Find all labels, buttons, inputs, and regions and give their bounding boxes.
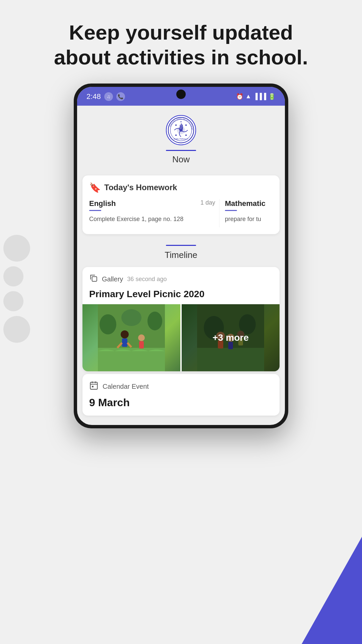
- gallery-meta: Gallery 36 second ago: [89, 274, 273, 285]
- svg-text:Butala, Pokhara-17: Butala, Pokhara-17: [174, 138, 188, 140]
- homework-card-header: 🔖 Today's Homework: [89, 182, 273, 193]
- cal-meta: Calendar Event: [89, 381, 273, 392]
- battery-icon: 🔋: [268, 93, 276, 100]
- svg-point-4: [185, 124, 187, 126]
- svg-rect-19: [122, 338, 127, 347]
- now-tab-underline: [166, 150, 196, 151]
- english-desc: Complete Exercise 1, page no. 128: [89, 215, 215, 223]
- svg-point-14: [100, 314, 116, 334]
- svg-point-18: [121, 330, 129, 338]
- deco-circle-3: [3, 291, 23, 311]
- alarm-icon: ⏰: [236, 93, 243, 100]
- english-header: English 1 day: [89, 199, 215, 208]
- deco-circle-2: [3, 266, 23, 286]
- english-name: English: [89, 199, 116, 208]
- math-name: Mathematic: [225, 199, 265, 208]
- gallery-icon: [89, 274, 98, 285]
- timeline-label: Timeline: [165, 250, 197, 260]
- now-tab-label[interactable]: Now: [172, 154, 190, 165]
- headline-line1: Keep yourself updated: [69, 21, 293, 44]
- math-underline: [225, 210, 237, 211]
- deco-circle-4: [3, 316, 30, 343]
- circle-decorations: [3, 235, 30, 343]
- signal-icon: ▐▐▐: [253, 93, 266, 100]
- svg-point-6: [185, 135, 187, 136]
- homework-card: 🔖 Today's Homework English 1 day Complet…: [82, 175, 280, 234]
- more-count-text: +3 more: [213, 332, 249, 343]
- music-icon: ♫: [104, 92, 113, 101]
- english-underline: [89, 210, 101, 211]
- svg-rect-12: [92, 277, 97, 281]
- phone-screen: 2:48 ♫ 📞 ⏰ ▲ ▐▐▐ 🔋: [77, 87, 285, 425]
- calendar-icon: [89, 381, 99, 392]
- gallery-title: Primary Level Picnic 2020: [89, 289, 273, 300]
- cal-type-label: Calendar Event: [103, 383, 149, 390]
- svg-point-3: [175, 124, 177, 126]
- timeline-underline: [166, 245, 196, 246]
- status-icons-left: 2:48 ♫ 📞: [86, 92, 125, 101]
- math-desc: prepare for tu: [225, 215, 269, 223]
- camera-notch: [176, 90, 186, 99]
- school-logo: POKHARA SPIRAL GALAXY ACADEMY Butala, Po…: [166, 115, 196, 145]
- blue-triangle-decoration: [302, 537, 362, 644]
- deco-circle-1: [3, 235, 30, 262]
- homework-icon: 🔖: [89, 182, 101, 193]
- svg-point-15: [147, 312, 162, 330]
- english-days: 1 day: [200, 199, 215, 206]
- cal-date: 9 March: [89, 396, 273, 409]
- school-logo-svg: POKHARA SPIRAL GALAXY ACADEMY Butala, Po…: [168, 117, 194, 144]
- svg-point-7: [181, 121, 182, 122]
- homework-subjects: English 1 day Complete Exercise 1, page …: [89, 199, 273, 227]
- more-overlay: +3 more: [182, 304, 280, 371]
- subject-english: English 1 day Complete Exercise 1, page …: [89, 199, 219, 227]
- gallery-images: +3 more: [82, 304, 280, 371]
- svg-point-11: [180, 124, 182, 127]
- svg-point-16: [121, 309, 141, 326]
- gallery-time: 36 second ago: [127, 276, 167, 283]
- headline-line2: about activities in school.: [54, 46, 308, 69]
- status-bar: 2:48 ♫ 📞 ⏰ ▲ ▐▐▐ 🔋: [77, 87, 285, 106]
- bottom-padding: [77, 418, 285, 425]
- calendar-event-card[interactable]: Calendar Event 9 March: [82, 374, 280, 416]
- svg-rect-17: [98, 348, 165, 371]
- svg-rect-23: [139, 341, 144, 348]
- svg-point-10: [179, 126, 183, 132]
- page-headline: Keep yourself updated about activities i…: [27, 0, 335, 84]
- status-time: 2:48: [86, 92, 101, 101]
- status-icons-right: ⏰ ▲ ▐▐▐ 🔋: [236, 93, 276, 100]
- svg-point-5: [175, 135, 177, 136]
- wifi-icon: ▲: [245, 93, 251, 100]
- phone-frame: 2:48 ♫ 📞 ⏰ ▲ ▐▐▐ 🔋: [74, 84, 288, 428]
- svg-rect-34: [90, 382, 98, 389]
- phone-icon: 📞: [116, 92, 125, 101]
- svg-point-22: [138, 334, 145, 341]
- svg-rect-38: [92, 386, 94, 387]
- homework-card-title: Today's Homework: [104, 183, 177, 192]
- gallery-image-1[interactable]: [82, 304, 180, 371]
- gallery-card[interactable]: Gallery 36 second ago Primary Level Picn…: [82, 267, 280, 371]
- app-header: POKHARA SPIRAL GALAXY ACADEMY Butala, Po…: [77, 106, 285, 173]
- math-header: Mathematic: [225, 199, 269, 208]
- subject-math: Mathematic prepare for tu: [219, 199, 273, 227]
- gallery-type: Gallery: [102, 275, 123, 283]
- gallery-image-2[interactable]: +3 more: [182, 304, 280, 371]
- timeline-section: Timeline: [77, 237, 285, 264]
